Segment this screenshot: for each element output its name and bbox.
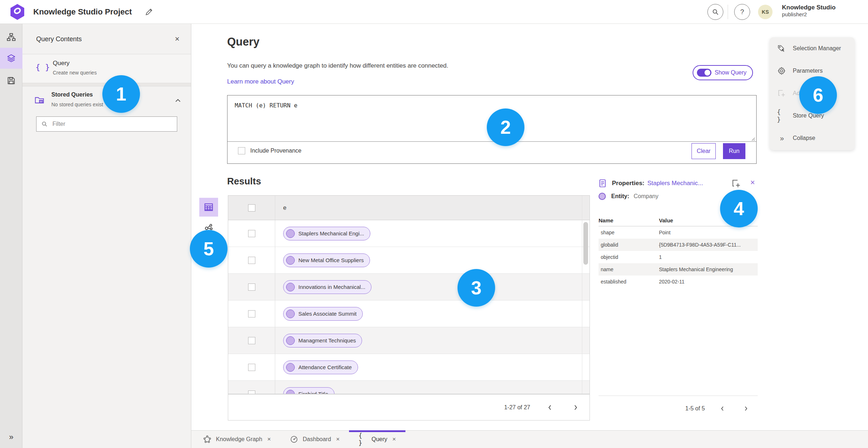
search-button[interactable]	[707, 4, 723, 20]
query-item-subtitle: Create new queries	[53, 70, 97, 76]
results-table-header: e	[228, 196, 590, 220]
row-checkbox[interactable]	[248, 364, 255, 371]
table-row[interactable]: Innovations in Mechanical...	[228, 274, 590, 300]
filter-input[interactable]	[52, 120, 177, 128]
query-code-input[interactable]: MATCH (e) RETURN e	[235, 102, 297, 109]
results-page-range: 1-27 of 27	[504, 404, 530, 411]
table-row[interactable]: Sales Associate Summit	[228, 300, 590, 327]
run-button[interactable]: Run	[723, 143, 745, 159]
row-checkbox[interactable]	[248, 310, 255, 317]
knowledge-studio-app: Knowledge Studio Project ? KS Knowledge …	[0, 0, 868, 448]
expand-rail-button[interactable]: »	[0, 429, 22, 445]
previous-page-button[interactable]	[545, 402, 556, 413]
menu-item-selection-manager[interactable]: Selection Manager	[770, 37, 855, 60]
panel-title: Query Contents	[36, 24, 82, 54]
braces-icon: { }	[777, 111, 786, 120]
show-query-label: Show Query	[715, 69, 746, 76]
entity-dot-icon	[286, 283, 295, 291]
layers-icon	[7, 54, 16, 63]
user-block: Knowledge Studio publisher2	[782, 4, 835, 18]
properties-entity-link[interactable]: Staplers Mechanic...	[647, 180, 703, 187]
query-item-title: Query	[53, 60, 69, 67]
search-icon	[41, 120, 48, 128]
rail-item-layers[interactable]	[0, 48, 22, 69]
user-role: publisher2	[782, 11, 835, 18]
query-heading: Query	[227, 35, 260, 48]
select-all-checkbox[interactable]	[248, 204, 255, 212]
stored-queries-subtitle: No stored queries exist	[51, 102, 103, 107]
property-row: globalid {5D9B4713-F98D-4A53-A59F-C11...	[599, 239, 758, 251]
stored-queries-folder-icon	[34, 94, 45, 105]
annotation-circle-1: 1	[102, 75, 140, 113]
resize-handle[interactable]	[751, 137, 755, 141]
entity-chip[interactable]: Managment Techniques	[283, 334, 362, 347]
close-tab-icon[interactable]: ×	[335, 436, 340, 443]
properties-page-range: 1-5 of 5	[685, 405, 705, 412]
row-checkbox[interactable]	[248, 337, 255, 344]
annotation-circle-6: 6	[799, 76, 837, 114]
add-to-selection-button[interactable]	[731, 179, 741, 188]
close-properties-button[interactable]: ×	[747, 177, 758, 188]
braces-icon: { }	[35, 63, 50, 72]
entity-chip[interactable]: Attendance Certificate	[283, 360, 358, 374]
avatar[interactable]: KS	[758, 5, 773, 19]
entity-dot-icon	[286, 363, 295, 372]
row-checkbox[interactable]	[248, 230, 255, 237]
annotation-circle-3: 3	[458, 269, 495, 307]
row-checkbox[interactable]	[248, 391, 255, 394]
sidebar-item-query[interactable]: { } Query Create new queries	[22, 55, 191, 83]
toggle-switch[interactable]	[697, 69, 711, 77]
entity-dot-icon	[286, 229, 295, 238]
clear-button[interactable]: Clear	[692, 143, 716, 159]
menu-item-collapse[interactable]: » Collapse	[770, 127, 855, 149]
table-row[interactable]: Managment Techniques	[228, 327, 590, 354]
entity-chip[interactable]: New Metal Office Suppliers	[283, 253, 370, 267]
icon-rail: »	[0, 24, 22, 448]
include-provenance-checkbox[interactable]	[238, 147, 245, 154]
user-name: Knowledge Studio	[782, 4, 835, 11]
close-tab-icon[interactable]: ×	[392, 436, 396, 443]
braces-icon: { }	[358, 435, 367, 444]
scrollbar-thumb[interactable]	[583, 222, 588, 265]
table-row[interactable]: Attendance Certificate	[228, 354, 590, 381]
entity-dot-icon	[286, 390, 295, 394]
tab-knowledge-graph[interactable]: Knowledge Graph ×	[193, 431, 280, 448]
close-panel-button[interactable]: ×	[171, 33, 183, 45]
tab-query[interactable]: { } Query ×	[349, 431, 405, 448]
app-logo-icon[interactable]	[9, 4, 25, 20]
rail-item-hierarchy[interactable]	[0, 27, 22, 48]
hierarchy-icon	[7, 33, 16, 42]
panel-header: Query Contents ×	[22, 24, 191, 54]
entity-chip[interactable]: Staplers Mechanical Engi...	[283, 227, 370, 240]
table-view-button[interactable]	[199, 198, 218, 217]
selection-manager-icon	[777, 44, 786, 53]
previous-page-button[interactable]	[717, 403, 728, 414]
stored-queries-title: Stored Queries	[51, 91, 93, 98]
learn-more-link[interactable]: Learn more about Query	[227, 78, 294, 85]
entity-chip[interactable]: Innovations in Mechanical...	[283, 280, 371, 294]
chevron-up-icon[interactable]	[174, 97, 182, 105]
properties-icon	[598, 179, 607, 188]
dashboard-gauge-icon	[290, 435, 298, 444]
next-page-button[interactable]	[740, 403, 751, 414]
filter-field	[36, 116, 177, 132]
table-row[interactable]: Staplers Mechanical Engi...	[228, 220, 590, 247]
help-button[interactable]: ?	[734, 4, 750, 20]
entity-chip[interactable]: Sales Associate Summit	[283, 307, 363, 321]
row-checkbox[interactable]	[248, 283, 255, 291]
knowledge-graph-icon	[203, 435, 212, 444]
annotation-circle-2: 2	[487, 108, 524, 146]
row-checkbox[interactable]	[248, 257, 255, 264]
table-row[interactable]: New Metal Office Suppliers	[228, 247, 590, 274]
rail-item-save[interactable]	[0, 70, 22, 91]
include-provenance-option: Include Provenance	[238, 147, 301, 154]
edit-title-icon[interactable]	[145, 8, 153, 16]
close-tab-icon[interactable]: ×	[267, 436, 271, 443]
property-row: objectid 1	[599, 251, 758, 263]
next-page-button[interactable]	[570, 402, 581, 413]
property-row: shape Point	[599, 226, 758, 239]
entity-chip[interactable]: Firebird Title	[283, 387, 335, 394]
show-query-toggle[interactable]: Show Query	[693, 65, 753, 80]
tab-dashboard[interactable]: Dashboard ×	[280, 431, 349, 448]
table-row[interactable]: Firebird Title	[228, 381, 590, 394]
